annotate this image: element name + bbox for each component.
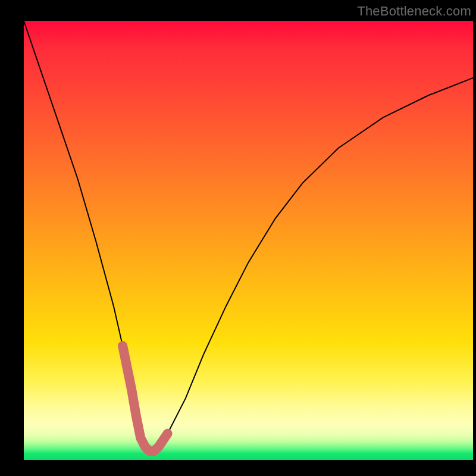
curve-layer: [24, 21, 473, 460]
chart-frame: TheBottleneck.com: [0, 0, 476, 476]
bottleneck-curve: [24, 21, 473, 451]
highlight-band: [123, 346, 168, 451]
plot-area: [24, 21, 473, 460]
watermark-text: TheBottleneck.com: [357, 4, 471, 19]
